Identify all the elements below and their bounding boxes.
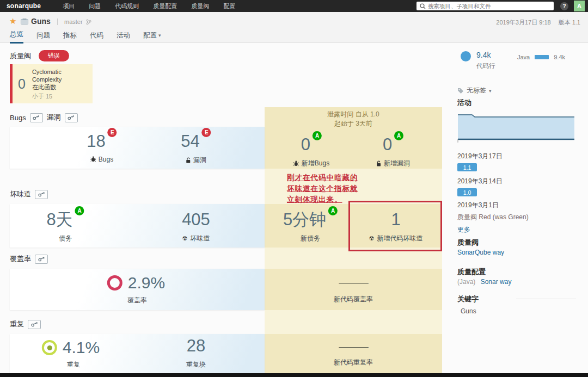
branch-indicator: master bbox=[57, 18, 91, 25]
new-bugs-measure[interactable]: 0A 新增Bugs bbox=[293, 136, 329, 168]
global-search[interactable] bbox=[416, 2, 554, 10]
activity-sparkline-chart[interactable] bbox=[457, 110, 575, 143]
coverage-donut-icon bbox=[107, 275, 122, 291]
bottom-bar bbox=[0, 373, 588, 377]
quality-gate-title: 质量阀 bbox=[10, 51, 31, 61]
duplicated-blocks-measure[interactable]: 28 重复块 bbox=[186, 337, 206, 369]
vulnerabilities-value: 54 bbox=[181, 132, 199, 151]
duplication-value: 4.1% bbox=[63, 338, 100, 357]
lines-of-code-value[interactable]: 9.4k bbox=[476, 51, 495, 59]
new-vulnerabilities-measure[interactable]: 0A 新增漏洞 bbox=[376, 136, 410, 168]
sonarqube-logo[interactable]: sonarqube bbox=[7, 2, 41, 10]
global-navbar: sonarqube 项目 问题 代码规则 质量配置 质量阀 配置 ? A bbox=[0, 0, 588, 12]
radiation-icon: ☢ bbox=[369, 236, 375, 242]
search-input[interactable] bbox=[428, 3, 550, 9]
debt-value: 8天 bbox=[46, 210, 72, 229]
divider bbox=[516, 299, 576, 299]
global-menu: 项目 问题 代码规则 质量配置 质量阀 配置 bbox=[63, 2, 235, 10]
quality-gate-link[interactable]: SonarQube way bbox=[457, 249, 504, 256]
new-bugs-label: 新增Bugs bbox=[302, 159, 329, 168]
tab-code[interactable]: 代码 bbox=[90, 30, 103, 44]
branch-name: master bbox=[64, 18, 83, 25]
tags-label: 无标签 bbox=[467, 86, 486, 95]
condition-threshold: 小于 15 bbox=[32, 92, 93, 100]
analysis-date: 2019年3月17日 9:18 bbox=[496, 18, 550, 27]
project-name[interactable]: Guns bbox=[31, 17, 51, 26]
sidebar-quality-profile-title: 质量配置 bbox=[457, 267, 486, 277]
vulnerabilities-measure[interactable]: 54E 漏洞 bbox=[181, 133, 211, 165]
event-text: 质量阀 Red (was Green) bbox=[457, 213, 529, 222]
nav-issues[interactable]: 问题 bbox=[89, 2, 101, 10]
activity-event: 2019年3月17日 1.1 bbox=[457, 152, 503, 171]
vulnerabilities-history-link[interactable] bbox=[65, 113, 78, 122]
new-smells-measure[interactable]: 1 ☢新增代码坏味道 bbox=[369, 211, 423, 243]
tab-overview[interactable]: 总览 bbox=[10, 30, 23, 44]
duplication-label: 重复 bbox=[67, 360, 80, 369]
smells-history-link[interactable] bbox=[35, 190, 48, 199]
language-name: Java bbox=[517, 54, 530, 60]
lock-icon bbox=[376, 160, 381, 166]
brand-text: sonarqube bbox=[7, 2, 41, 10]
project-key-value: Guns bbox=[461, 307, 476, 315]
smells-title: 坏味道 bbox=[10, 189, 31, 199]
activity-event: 2019年3月14日 1.0 bbox=[457, 177, 503, 196]
nav-quality-profiles[interactable]: 质量配置 bbox=[153, 2, 177, 10]
tab-settings-label: 配置 bbox=[143, 31, 157, 40]
tags-selector[interactable]: 无标签 ▾ bbox=[457, 86, 492, 95]
favorite-star-icon[interactable]: ★ bbox=[9, 16, 16, 26]
smells-measure[interactable]: 405 ☢坏味道 bbox=[182, 211, 210, 243]
nav-quality-gates[interactable]: 质量阀 bbox=[191, 2, 209, 10]
project-tabs: 总览 问题 指标 代码 活动 配置▾ bbox=[10, 30, 161, 44]
condition-scope: 在此函数 bbox=[32, 83, 93, 91]
tab-issues[interactable]: 问题 bbox=[36, 30, 50, 44]
nav-settings[interactable]: 配置 bbox=[223, 2, 235, 10]
user-avatar[interactable]: A bbox=[574, 1, 585, 11]
annotation-line-2: 坏味道在这个指标就 bbox=[287, 184, 358, 194]
tab-measures[interactable]: 指标 bbox=[63, 30, 77, 44]
analysis-meta: 2019年3月17日 9:18 版本 1.1 bbox=[496, 18, 580, 27]
leak-period-header: 泄露时间 自从 1.0 起始于 3天前 bbox=[265, 110, 442, 128]
coverage-value: 2.9% bbox=[128, 274, 165, 292]
language-distribution: Java 9.4k bbox=[517, 54, 565, 60]
duplicated-blocks-label: 重复块 bbox=[186, 360, 206, 369]
duplications-history-link[interactable] bbox=[28, 320, 41, 329]
chevron-down-icon: ▾ bbox=[489, 88, 492, 94]
show-more-link[interactable]: 更多 bbox=[457, 225, 529, 234]
lock-icon bbox=[186, 157, 191, 163]
new-debt-rating-badge: A bbox=[328, 206, 338, 215]
tab-activity[interactable]: 活动 bbox=[117, 30, 130, 44]
bugs-history-link[interactable] bbox=[30, 113, 43, 122]
size-measure: 9.4k 代码行 bbox=[461, 51, 495, 70]
smells-value: 405 bbox=[182, 210, 210, 229]
debt-rating-badge: A bbox=[75, 206, 84, 215]
coverage-title: 覆盖率 bbox=[10, 254, 31, 264]
new-coverage-measure[interactable]: — 新代码覆盖率 bbox=[334, 276, 373, 304]
bugs-rating-badge: E bbox=[108, 128, 117, 137]
nav-projects[interactable]: 项目 bbox=[63, 2, 75, 10]
event-date: 2019年3月1日 bbox=[457, 201, 529, 210]
quality-profile-link[interactable]: Sonar way bbox=[481, 278, 512, 286]
new-vulnerabilities-value: 0 bbox=[383, 135, 392, 154]
quality-gate-condition-card[interactable]: 0 Cyclomatic Complexity 在此函数 小于 15 bbox=[10, 64, 93, 103]
event-date: 2019年3月14日 bbox=[457, 177, 503, 186]
coverage-measure[interactable]: 2.9% bbox=[107, 274, 165, 292]
overview-sidebar: 9.4k 代码行 Java 9.4k 无标签 ▾ 活动 20 bbox=[456, 43, 581, 369]
debt-measure[interactable]: 8天A 债务 bbox=[46, 211, 84, 243]
bugs-value: 18 bbox=[87, 132, 105, 151]
bugs-measure[interactable]: 18E Bugs bbox=[87, 133, 117, 163]
event-date: 2019年3月17日 bbox=[457, 152, 503, 161]
nav-rules[interactable]: 代码规则 bbox=[115, 2, 139, 10]
new-smells-label: 新增代码坏味道 bbox=[377, 234, 422, 243]
tab-settings[interactable]: 配置▾ bbox=[143, 30, 161, 44]
help-icon[interactable]: ? bbox=[560, 2, 568, 10]
duplication-measure[interactable]: 4.1% bbox=[42, 338, 100, 357]
coverage-history-link[interactable] bbox=[35, 255, 48, 264]
profile-language: (Java) bbox=[457, 278, 475, 286]
chevron-down-icon: ▾ bbox=[158, 33, 161, 38]
debt-label: 债务 bbox=[59, 234, 72, 243]
new-debt-measure[interactable]: 5分钟A 新债务 bbox=[283, 211, 338, 243]
new-bugs-value: 0 bbox=[301, 135, 310, 154]
new-duplication-measure[interactable]: — 新代码重复率 bbox=[334, 341, 373, 367]
quality-gate-status-badge[interactable]: 错误 bbox=[39, 50, 69, 61]
activity-title: 活动 bbox=[457, 98, 471, 108]
